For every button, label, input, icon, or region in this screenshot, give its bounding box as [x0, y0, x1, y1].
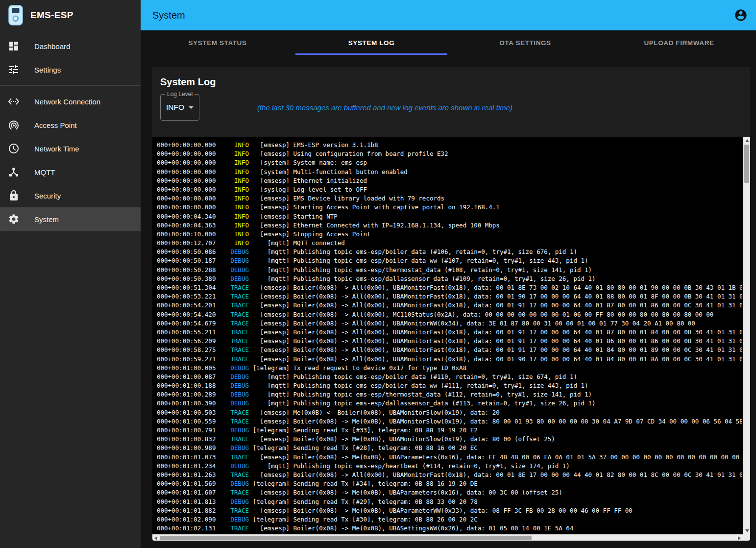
app-bar: System: [141, 0, 756, 30]
vertical-scrollbar-thumb[interactable]: [744, 145, 749, 183]
log-level-value: INFO: [166, 103, 184, 112]
log-line: 000+00:01:00.832 TRACE [emsesp] Boiler(0…: [157, 435, 742, 444]
log-line: 000+00:00:50.288 DEBUG [mqtt] Publishing…: [157, 266, 742, 274]
log-line: 000+00:01:02.131 TRACE [emsesp] Boiler(0…: [157, 524, 742, 533]
sidebar-item-network-connection[interactable]: Network Connection: [0, 90, 141, 113]
log-line: 000+00:00:10.000 INFO [emsesp] Stopping …: [157, 230, 742, 239]
log-line: 000+00:01:01.263 TRACE [emsesp] Boiler(0…: [157, 471, 742, 479]
log-line: 000+00:01:01.073 TRACE [emsesp] Boiler(0…: [157, 453, 742, 462]
log-line: 000+00:00:59.271 TRACE [emsesp] Boiler(0…: [157, 355, 742, 364]
log-line: 000+00:00:00.000 INFO [system] Multi-fun…: [157, 168, 742, 176]
log-line: 000+00:00:00.000 INFO [syslog] Log level…: [157, 185, 742, 194]
sidebar-header: EMS-ESP: [0, 0, 141, 30]
log-line: 000+00:01:01.813 DEBUG [telegram] Sendin…: [157, 498, 742, 506]
sidebar-item-system[interactable]: System: [0, 207, 141, 231]
dashboard-icon: [8, 40, 20, 52]
log-line: 000+00:00:54.679 TRACE [emsesp] Boiler(0…: [157, 319, 742, 328]
log-line: 000+00:01:01.234 DEBUG [mqtt] Publishing…: [157, 462, 742, 471]
log-line: 000+00:00:12.707 INFO [mqtt] MQTT connec…: [157, 239, 742, 248]
tab-bar: SYSTEM STATUS SYSTEM LOG OTA SETTINGS UP…: [141, 30, 756, 55]
wifi-tethering-icon: [8, 119, 20, 131]
chevron-down-icon: [189, 106, 194, 109]
app-title: EMS-ESP: [30, 10, 73, 21]
log-line: 000+00:00:50.389 DEBUG [mqtt] Publishing…: [157, 274, 742, 283]
log-line: 000+00:00:00.000 INFO [emsesp] Using con…: [157, 149, 742, 158]
ems-esp-logo-icon: [8, 5, 24, 25]
log-line: 000+00:01:00.188 DEBUG [mqtt] Publishing…: [157, 381, 742, 390]
device-hub-icon: [8, 166, 20, 178]
horizontal-scrollbar-thumb[interactable]: [160, 536, 532, 540]
tab-upload-firmware[interactable]: UPLOAD FIRMWARE: [602, 30, 756, 55]
log-console-lines[interactable]: 000+00:00:00.000 INFO [emsesp] EMS-ESP v…: [157, 141, 742, 534]
log-line: 000+00:01:00.005 DEBUG [telegram] Tx rea…: [157, 364, 742, 373]
log-line: 000+00:00:50.086 DEBUG [mqtt] Publishing…: [157, 248, 742, 256]
tune-icon: [8, 64, 20, 75]
log-line: 000+00:01:01.882 TRACE [emsesp] Boiler(0…: [157, 506, 742, 515]
log-line: 000+00:00:58.275 TRACE [emsesp] Boiler(0…: [157, 346, 742, 354]
gear-icon: [8, 213, 20, 225]
sidebar-item-access-point[interactable]: Access Point: [0, 113, 141, 137]
panel-header: System Log Log Level INFO (the last 30 m…: [152, 67, 750, 121]
log-line: 000+00:01:00.289 DEBUG [mqtt] Publishing…: [157, 390, 742, 399]
sidebar-item-label: System: [34, 215, 59, 224]
vertical-scrollbar: [743, 137, 750, 534]
sidebar-item-network-time[interactable]: Network Time: [0, 137, 141, 160]
sidebar-menu: Dashboard Settings Network Connection Ac…: [0, 30, 141, 231]
log-level-label: Log Level: [165, 91, 195, 98]
sidebar-item-settings[interactable]: Settings: [0, 58, 141, 81]
tab-label: OTA SETTINGS: [499, 39, 551, 47]
tab-system-status[interactable]: SYSTEM STATUS: [141, 30, 294, 55]
log-console: 000+00:00:00.000 INFO [emsesp] EMS-ESP v…: [152, 137, 750, 541]
log-line: 000+00:01:00.390 DEBUG [mqtt] Publishing…: [157, 399, 742, 408]
log-level-select[interactable]: Log Level INFO: [160, 94, 199, 121]
log-line: 000+00:01:00.791 DEBUG [telegram] Sendin…: [157, 426, 742, 435]
log-line: 000+00:01:01.607 TRACE [emsesp] Boiler(0…: [157, 488, 742, 497]
scroll-left-arrow-icon[interactable]: [154, 536, 157, 540]
page-title: System: [152, 10, 185, 21]
panel-controls: Log Level INFO (the last 30 messages are…: [160, 94, 742, 121]
log-line: 000+00:00:00.000 INFO [emsesp] Starting …: [157, 203, 742, 212]
log-line: 000+00:01:00.503 TRACE [emsesp] Me(0x0B)…: [157, 408, 742, 417]
tab-system-log[interactable]: SYSTEM LOG: [294, 30, 448, 55]
log-line: 000+00:00:04.340 INFO [emsesp] Starting …: [157, 212, 742, 221]
log-line: 000+00:00:51.304 TRACE [emsesp] Boiler(0…: [157, 283, 742, 292]
sidebar-item-dashboard[interactable]: Dashboard: [0, 34, 141, 58]
log-line: 000+00:01:00.989 DEBUG [telegram] Sendin…: [157, 444, 742, 452]
scroll-right-arrow-icon[interactable]: [738, 536, 741, 540]
log-line: 000+00:00:54.420 TRACE [emsesp] Boiler(0…: [157, 310, 742, 319]
tab-label: SYSTEM LOG: [348, 39, 395, 47]
log-line: 000+00:00:50.187 DEBUG [mqtt] Publishing…: [157, 256, 742, 265]
sidebar-item-label: Network Connection: [34, 98, 100, 106]
tab-label: SYSTEM STATUS: [188, 39, 246, 47]
log-line: 000+00:01:02.090 DEBUG [telegram] Sendin…: [157, 515, 742, 524]
sidebar-item-label: Settings: [34, 66, 61, 74]
log-line: 000+00:00:53.221 TRACE [emsesp] Boiler(0…: [157, 292, 742, 301]
log-line: 000+00:00:00.000 INFO [emsesp] EMS Devic…: [157, 194, 742, 203]
log-line: 000+00:01:01.569 DEBUG [telegram] Sendin…: [157, 479, 742, 488]
scrollbar-corner: [743, 534, 750, 541]
sidebar-item-security[interactable]: Security: [0, 184, 141, 207]
sidebar-item-label: Network Time: [34, 145, 79, 153]
log-line: 000+00:01:00.087 DEBUG [mqtt] Publishing…: [157, 373, 742, 381]
sidebar-item-label: Dashboard: [34, 42, 70, 50]
buffer-note: (the last 30 messages are buffered and n…: [257, 103, 512, 112]
account-circle-icon[interactable]: [733, 8, 748, 23]
log-line: 000+00:01:02.200 TRACE [emsesp] Boiler(0…: [157, 533, 742, 534]
scroll-down-arrow-icon[interactable]: [745, 529, 749, 532]
log-line: 000+00:00:54.201 TRACE [emsesp] Boiler(0…: [157, 301, 742, 310]
tab-label: UPLOAD FIRMWARE: [644, 39, 714, 47]
panel-title: System Log: [160, 76, 742, 88]
clock-icon: [8, 143, 20, 154]
sidebar-item-mqtt[interactable]: MQTT: [0, 160, 141, 184]
scroll-up-arrow-icon[interactable]: [745, 139, 749, 142]
sidebar: EMS-ESP Dashboard Settings Network Conne…: [0, 0, 141, 548]
log-line: 000+00:00:56.209 TRACE [emsesp] Boiler(0…: [157, 337, 742, 346]
log-line: 000+00:00:55.211 TRACE [emsesp] Boiler(0…: [157, 328, 742, 337]
log-line: 000+00:00:00.000 INFO [emsesp] EMS-ESP v…: [157, 141, 742, 149]
lock-icon: [8, 190, 20, 201]
log-line: 000+00:00:00.000 INFO [system] System na…: [157, 158, 742, 167]
log-line: 000+00:00:00.000 INFO [emsesp] Ethernet …: [157, 176, 742, 185]
sidebar-item-label: Security: [34, 192, 61, 200]
tab-ota-settings[interactable]: OTA SETTINGS: [448, 30, 602, 55]
ethernet-icon: [8, 96, 20, 107]
